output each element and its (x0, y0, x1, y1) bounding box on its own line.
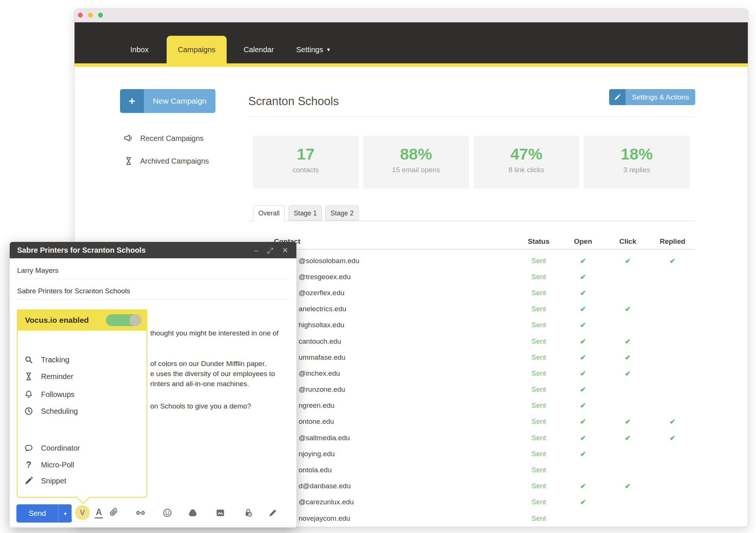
divider (10, 526, 296, 526)
open-check-icon: ✔ (575, 450, 591, 458)
stat-value: 17 (253, 145, 359, 163)
contact-cell: ontola.edu (299, 466, 332, 474)
email-body-line[interactable]: thought you might be interested in one o… (150, 329, 278, 337)
plus-icon: + (120, 89, 144, 113)
open-check-icon: ✔ (575, 288, 591, 297)
close-traffic-light[interactable] (78, 13, 83, 18)
contact-cell: @saltmedia.edu (299, 434, 350, 442)
contact-cell: njoying.edu (299, 450, 335, 458)
table-row[interactable]: ummafase.edu Sent ✔ ✔ (248, 349, 695, 365)
stat-card-opens: 88% 15 email opens (363, 136, 469, 189)
compose-title: Sabre Printers for Scranton Schools (17, 246, 254, 255)
signature-pen-icon[interactable] (267, 507, 278, 518)
table-row[interactable]: @saltmedia.edu Sent ✔ ✔ ✔ (248, 430, 695, 446)
table-row[interactable]: @carezunlux.edu Sent ✔ (248, 494, 695, 510)
menu-item-coordinator[interactable]: Coordinator (24, 443, 80, 453)
formatting-options-button[interactable]: A (93, 507, 104, 518)
tab-inbox[interactable]: Inbox (117, 36, 162, 63)
menu-item-followups[interactable]: Followups (24, 390, 75, 399)
table-row[interactable]: @ozerflex.edu Sent ✔ (248, 285, 695, 301)
recipient-field[interactable]: Larry Mayers (17, 266, 59, 275)
email-body-line[interactable]: of colors on our Dunder Mifflin paper. (150, 360, 266, 368)
table-row[interactable]: cantouch.edu Sent ✔ ✔ (248, 333, 695, 349)
minimize-icon[interactable]: – (254, 247, 258, 254)
open-check-icon: ✔ (575, 321, 591, 329)
email-body-line[interactable]: rinters and all-in-one machines. (150, 380, 249, 388)
insert-link-button[interactable] (135, 507, 146, 518)
table-row[interactable]: @runzone.edu Sent ✔ (248, 382, 695, 398)
email-body-line[interactable]: e uses the diversity of our employees to (150, 370, 275, 378)
attach-files-button[interactable] (108, 507, 119, 518)
send-options-dropdown[interactable]: ▾ (58, 504, 72, 523)
divider (16, 279, 290, 279)
subject-field[interactable]: Sabre Printers for Scranton Schools (17, 287, 130, 295)
table-row[interactable]: d@danbase.edu Sent ✔ ✔ (248, 478, 695, 494)
compose-titlebar[interactable]: Sabre Printers for Scranton Schools – ⤢ … (10, 242, 296, 258)
tab-settings[interactable]: Settings▼ (289, 36, 338, 63)
open-check-icon: ✔ (575, 353, 591, 362)
status-cell: Sent (520, 337, 557, 346)
open-check-icon: ✔ (575, 401, 591, 410)
settings-actions-button[interactable]: Settings & Actions (609, 89, 695, 105)
menu-item-scheduling[interactable]: Scheduling (24, 406, 78, 416)
contact-cell: cantouch.edu (299, 337, 341, 346)
stat-value: 47% (473, 145, 579, 163)
stat-card-contacts: 17 contacts (253, 136, 359, 189)
expand-icon[interactable]: ⤢ (267, 246, 273, 254)
tab-overall[interactable]: Overall (253, 205, 285, 221)
column-header-status: Status (518, 237, 559, 246)
stat-label: contacts (253, 166, 359, 174)
replied-check-icon: ✔ (664, 256, 681, 265)
status-cell: Sent (520, 369, 557, 378)
drive-icon[interactable] (187, 507, 198, 518)
table-row[interactable]: highsoltax.edu Sent ✔ (248, 317, 695, 333)
menu-item-reminder[interactable]: Reminder (24, 372, 73, 381)
pencil-icon (24, 476, 34, 486)
vocus-icon[interactable]: V (75, 505, 90, 520)
zoom-traffic-light[interactable] (98, 13, 103, 18)
confidential-mode-icon[interactable] (243, 507, 254, 518)
tab-stage-1[interactable]: Stage 1 (289, 205, 322, 221)
click-check-icon: ✔ (620, 305, 636, 313)
table-row[interactable]: njoying.edu Sent ✔ (248, 446, 695, 462)
tab-campaigns[interactable]: Campaigns (167, 36, 227, 63)
menu-item-label: Coordinator (41, 444, 80, 452)
close-icon[interactable]: ✕ (282, 247, 288, 254)
send-button[interactable]: Send (16, 504, 58, 523)
table-row[interactable]: @solosolobam.edu Sent ✔ ✔ ✔ (248, 253, 695, 269)
sidebar-item-recent-campaigns[interactable]: Recent Campaigns (124, 133, 204, 143)
table-row[interactable]: ontone.edu Sent ✔ ✔ ✔ (248, 414, 695, 430)
replied-check-icon: ✔ (664, 417, 681, 426)
tab-stage-2[interactable]: Stage 2 (325, 205, 359, 221)
table-row[interactable]: @inchex.edu Sent ✔ ✔ (248, 365, 695, 381)
new-campaign-button[interactable]: + New Campaign (120, 89, 215, 113)
menu-item-snippet[interactable]: Snippet (24, 476, 66, 486)
sidebar-item-archived-campaigns[interactable]: Archived Campaigns (124, 156, 209, 166)
contact-cell: @inchex.edu (299, 369, 340, 378)
window-titlebar (75, 9, 748, 22)
contact-cell: @tresgeoex.edu (299, 273, 351, 281)
menu-item-label: Scheduling (41, 407, 78, 416)
email-body-line[interactable]: on Schools to give you a demo? (150, 402, 251, 410)
stat-label: 3 replies (584, 166, 690, 174)
table-row[interactable]: @tresgeoex.edu Sent ✔ (248, 269, 695, 285)
open-check-icon: ✔ (575, 256, 591, 265)
vocus-toggle[interactable] (106, 314, 141, 326)
tab-calendar[interactable]: Calendar (236, 36, 281, 63)
click-check-icon: ✔ (620, 433, 636, 442)
open-check-icon: ✔ (575, 337, 591, 346)
column-header-open: Open (563, 237, 604, 246)
menu-item-label: Snippet (41, 477, 66, 485)
insert-emoji-button[interactable] (162, 507, 173, 518)
table-row[interactable]: ngreen.edu Sent ✔ (248, 398, 695, 414)
column-header-click: Click (607, 237, 648, 246)
insert-image-button[interactable] (215, 507, 226, 518)
table-row[interactable]: anelectrics.edu Sent ✔ ✔ (248, 301, 695, 317)
table-row[interactable]: ontola.edu Sent (248, 462, 695, 478)
minimize-traffic-light[interactable] (88, 13, 93, 18)
table-row[interactable]: novejaycom.edu Sent (248, 510, 695, 526)
menu-item-label: Micro-Poll (41, 461, 74, 469)
menu-item-tracking[interactable]: Tracking (24, 355, 69, 365)
menu-item-micro-poll[interactable]: ? Micro-Poll (24, 460, 74, 470)
menu-item-label: Reminder (41, 372, 73, 381)
